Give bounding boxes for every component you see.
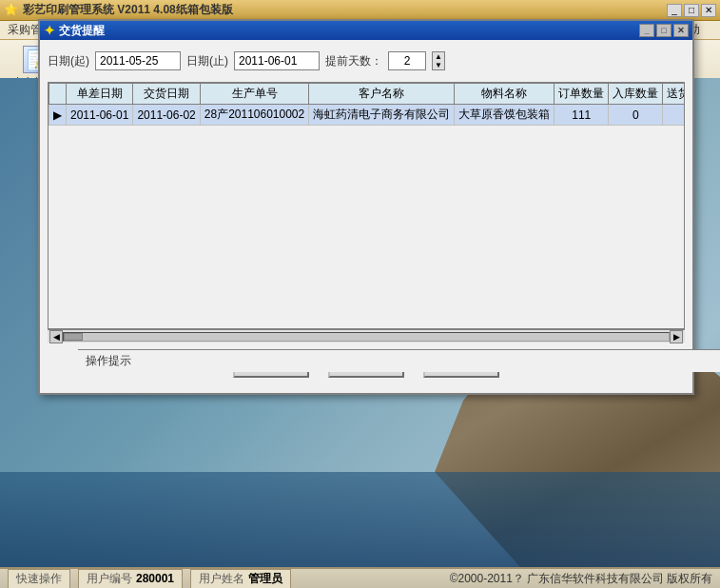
app-title: 彩艺印刷管理系统 V2011 4.08纸箱包装版 bbox=[23, 2, 667, 18]
scroll-thumb[interactable] bbox=[64, 333, 83, 341]
days-label: 提前天数： bbox=[325, 53, 382, 69]
user-id-item: 用户编号 280001 bbox=[78, 569, 183, 589]
window-controls: _ □ ✕ bbox=[667, 4, 716, 17]
col-delivery-date: 交货日期 bbox=[133, 84, 200, 105]
date-to-input[interactable] bbox=[234, 51, 320, 70]
date-to-label: 日期(止) bbox=[186, 53, 228, 69]
dialog-minimize-button[interactable]: _ bbox=[639, 24, 654, 37]
col-delivery-qty: 送货数量 bbox=[663, 84, 685, 105]
data-table: 单差日期 交货日期 生产单号 客户名称 物料名称 订单数量 入库数量 送货数量 … bbox=[49, 83, 685, 126]
cell-delivery-date: 2011-06-02 bbox=[133, 105, 200, 126]
username-item: 用户姓名 管理员 bbox=[190, 569, 291, 589]
horizontal-scrollbar[interactable]: ◀ ▶ bbox=[48, 329, 685, 343]
quick-ops-label: 快速操作 bbox=[16, 571, 62, 587]
col-customer: 客户名称 bbox=[309, 84, 455, 105]
days-input[interactable] bbox=[388, 51, 426, 70]
username-label: 用户姓名 bbox=[199, 571, 244, 587]
days-up-button[interactable]: ▲ bbox=[433, 52, 444, 61]
close-button[interactable]: ✕ bbox=[701, 4, 716, 17]
col-order-date: 单差日期 bbox=[67, 84, 133, 105]
days-spinner[interactable]: ▲ ▼ bbox=[432, 51, 445, 70]
rights-text: 版权所有 bbox=[667, 572, 712, 585]
title-bar: ⭐ 彩艺印刷管理系统 V2011 4.08纸箱包装版 _ □ ✕ bbox=[0, 0, 720, 21]
dialog-title-bar: ✦ 交货提醒 _ □ ✕ bbox=[40, 21, 692, 40]
filter-row: 日期(起) 日期(止) 提前天数： ▲ ▼ bbox=[48, 48, 685, 74]
scroll-left-button[interactable]: ◀ bbox=[49, 330, 63, 343]
date-from-input[interactable] bbox=[95, 51, 181, 70]
cell-prod-no: 28产201106010002 bbox=[200, 105, 308, 126]
col-material: 物料名称 bbox=[455, 84, 555, 105]
company-text: 广东信华软件科技有限公司 bbox=[527, 572, 664, 585]
dialog-status-bar: 操作提示 bbox=[78, 349, 720, 372]
cell-order-qty: 111 bbox=[555, 105, 609, 126]
dialog-maximize-button[interactable]: □ bbox=[656, 24, 671, 37]
dialog-close-button[interactable]: ✕ bbox=[673, 24, 689, 37]
app-icon: ⭐ bbox=[4, 3, 19, 18]
days-down-button[interactable]: ▼ bbox=[433, 61, 444, 69]
bottom-bar: 快速操作 用户编号 280001 用户姓名 管理员 ©2000-2011？ 广东… bbox=[0, 567, 720, 588]
dialog-controls: _ □ ✕ bbox=[639, 24, 689, 37]
user-id-label: 用户编号 bbox=[87, 571, 132, 587]
minimize-button[interactable]: _ bbox=[667, 4, 682, 17]
dialog-body: 日期(起) 日期(止) 提前天数： ▲ ▼ 单差日期 交货日期 生产单号 bbox=[40, 40, 692, 393]
status-label: 操作提示 bbox=[86, 353, 143, 369]
scroll-right-button[interactable]: ▶ bbox=[670, 330, 683, 343]
user-id-value: 280001 bbox=[136, 572, 174, 585]
scroll-track[interactable] bbox=[63, 332, 670, 342]
cell-customer: 海虹药清电子商务有限公司 bbox=[309, 105, 455, 126]
quick-ops-item[interactable]: 快速操作 bbox=[8, 569, 70, 589]
username-value: 管理员 bbox=[248, 571, 282, 587]
copyright-area: ©2000-2011？ 广东信华软件科技有限公司 版权所有 bbox=[450, 571, 712, 587]
date-from-label: 日期(起) bbox=[48, 53, 89, 69]
col-prod-no: 生产单号 bbox=[200, 84, 308, 105]
cell-instock-qty: 0 bbox=[609, 105, 663, 126]
delivery-reminder-dialog: ✦ 交货提醒 _ □ ✕ 日期(起) 日期(止) 提前天数： ▲ ▼ bbox=[38, 19, 694, 395]
col-order-qty: 订单数量 bbox=[555, 84, 609, 105]
cell-delivery-qty: 0 bbox=[663, 105, 685, 126]
row-indicator: ▶ bbox=[49, 105, 67, 126]
dialog-title-icon: ✦ bbox=[44, 23, 55, 38]
bg-water-decoration bbox=[0, 472, 720, 567]
cell-order-date: 2011-06-01 bbox=[67, 105, 133, 126]
col-indicator bbox=[49, 84, 67, 105]
data-table-container: 单差日期 交货日期 生产单号 客户名称 物料名称 订单数量 入库数量 送货数量 … bbox=[48, 82, 685, 329]
table-row[interactable]: ▶ 2011-06-01 2011-06-02 28产201106010002 … bbox=[49, 105, 686, 126]
maximize-button[interactable]: □ bbox=[684, 4, 699, 17]
col-instock-qty: 入库数量 bbox=[609, 84, 663, 105]
dialog-title-text: 交货提醒 bbox=[59, 23, 639, 39]
cell-material: 大草原香馍包装箱 bbox=[455, 105, 555, 126]
copyright-text: ©2000-2011？ bbox=[450, 572, 524, 585]
